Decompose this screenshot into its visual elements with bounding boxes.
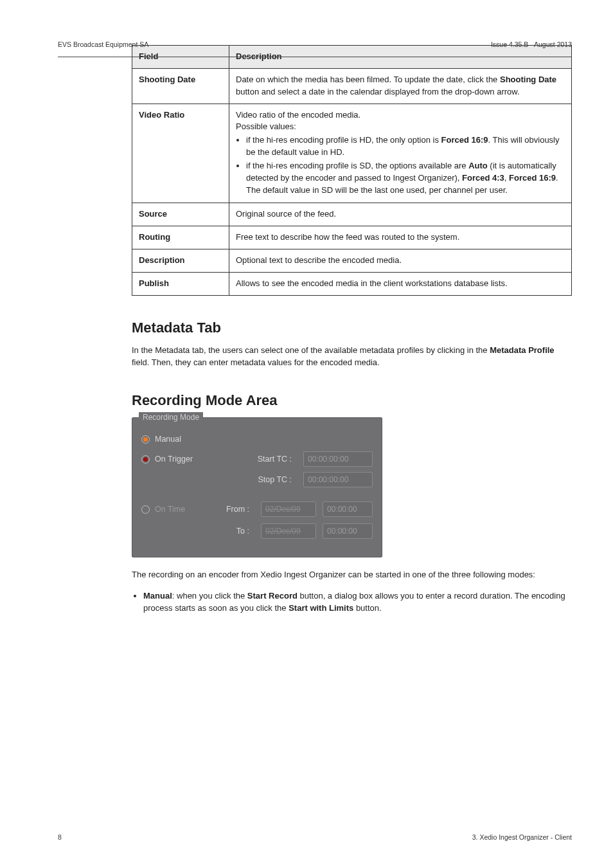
footer-section-title: 3. Xedio Ingest Organizer - Client [472, 833, 572, 842]
list-item: if the hi-res encoding profile is HD, th… [246, 134, 565, 159]
option-time-row[interactable]: On Time From : 02/Dec/09 00:00:00 [141, 502, 373, 517]
desc-description: Optional text to describe the encoded me… [229, 249, 572, 273]
field-video-ratio: Video Ratio [132, 104, 229, 203]
text: , [504, 173, 509, 183]
radio-manual-icon[interactable] [141, 435, 150, 444]
text-bold: Shooting Date [500, 75, 556, 84]
desc-routing: Free text to describe how the feed was r… [229, 226, 572, 249]
table-row: Video Ratio Video ratio of the encoded m… [132, 104, 572, 203]
text: : when you click the [172, 591, 247, 601]
stop-tc-row: . Stop TC : 00:00:00:00 [141, 472, 373, 487]
list-item: if the hi-res encoding profile is SD, th… [246, 160, 565, 197]
to-tc-input[interactable]: 00:00:00 [323, 523, 373, 539]
text: if the hi-res encoding profile is SD, th… [246, 161, 468, 170]
table-row: Source Original source of the feed. [132, 203, 572, 226]
table-row: Shooting Date Date on which the media ha… [132, 68, 572, 104]
desc-video-ratio: Video ratio of the encoded media. Possib… [229, 104, 572, 203]
to-row: . To : 02/Dec/09 00:00:00 [141, 523, 373, 539]
field-source: Source [132, 203, 229, 226]
from-label: From : [218, 503, 249, 515]
table-row: Description Optional text to describe th… [132, 249, 572, 273]
to-date-input[interactable]: 02/Dec/09 [261, 523, 316, 539]
text: In the Metadata tab, the users can selec… [132, 345, 490, 355]
field-description-table: Field Description Shooting Date Date on … [132, 45, 572, 296]
text-bold: Forced 4:3 [462, 173, 504, 183]
text-bold: Start Record [247, 591, 298, 601]
text: button. [353, 603, 381, 613]
list-item: Manual: when you click the Start Record … [143, 590, 572, 615]
text: Possible values: [236, 121, 565, 133]
text: Date on which the media has been filmed.… [236, 75, 500, 84]
to-label: To : [218, 525, 249, 537]
from-tc-input[interactable]: 00:00:00 [323, 502, 373, 517]
table-row: Publish Allows to see the encoded media … [132, 272, 572, 295]
start-tc-input[interactable]: 00:00:00:00 [303, 451, 373, 467]
text: if the hi-res encoding profile is HD, th… [246, 135, 441, 145]
text-bold: Forced 16:9 [509, 173, 556, 183]
option-manual-row[interactable]: Manual [141, 433, 373, 445]
heading-metadata-tab: Metadata Tab [132, 318, 572, 338]
panel-legend: Recording Mode [139, 412, 203, 423]
text-bold: Auto [468, 161, 488, 170]
text-bold: Manual [143, 591, 172, 601]
metadata-paragraph: In the Metadata tab, the users can selec… [132, 345, 572, 369]
option-trigger-row[interactable]: On Trigger Start TC : 00:00:00:00 [141, 451, 373, 467]
text: . [556, 173, 558, 183]
running-head-left: EVS Broadcast Equipment SA [58, 40, 148, 50]
field-shooting-date: Shooting Date [132, 68, 229, 104]
from-date-input[interactable]: 02/Dec/09 [261, 502, 316, 517]
field-publish: Publish [132, 272, 229, 295]
running-head-right: Issue 4.35.B - August 2013 [491, 40, 572, 50]
stop-tc-input[interactable]: 00:00:00:00 [303, 472, 373, 487]
text: Video ratio of the encoded media. [236, 109, 565, 122]
mode-bullet-list: Manual: when you click the Start Record … [132, 590, 572, 615]
stop-tc-label: Stop TC : [243, 474, 292, 485]
text: The default value in SD will be the last… [246, 185, 565, 197]
table-row: Routing Free text to describe how the fe… [132, 226, 572, 249]
text: field. Then, they can enter metadata val… [132, 357, 380, 367]
heading-recording-mode-area: Recording Mode Area [132, 390, 572, 411]
desc-source: Original source of the feed. [229, 203, 572, 226]
footer: 8 3. Xedio Ingest Organizer - Client [58, 833, 572, 842]
recording-post-paragraph: The recording on an encoder from Xedio I… [132, 569, 572, 581]
option-time-label: On Time [155, 503, 205, 515]
radio-trigger-icon[interactable] [141, 455, 150, 464]
radio-time-icon[interactable] [141, 505, 150, 514]
bullet-list: if the hi-res encoding profile is HD, th… [236, 134, 565, 196]
text-bold: Forced 16:9 [441, 135, 488, 145]
header-rule [58, 57, 572, 57]
desc-shooting-date: Date on which the media has been filmed.… [229, 68, 572, 104]
field-routing: Routing [132, 226, 229, 249]
option-manual-label: Manual [155, 433, 205, 445]
option-trigger-label: On Trigger [155, 453, 205, 465]
desc-publish: Allows to see the encoded media in the c… [229, 272, 572, 295]
recording-mode-panel: Recording Mode Manual On Trigger Start T… [132, 417, 382, 557]
start-tc-label: Start TC : [243, 453, 292, 465]
text: button and select a date in the calendar… [236, 87, 520, 96]
field-description: Description [132, 249, 229, 273]
page-number: 8 [58, 833, 62, 842]
text-bold: Start with Limits [289, 603, 353, 613]
text-bold: Metadata Profile [490, 345, 554, 355]
